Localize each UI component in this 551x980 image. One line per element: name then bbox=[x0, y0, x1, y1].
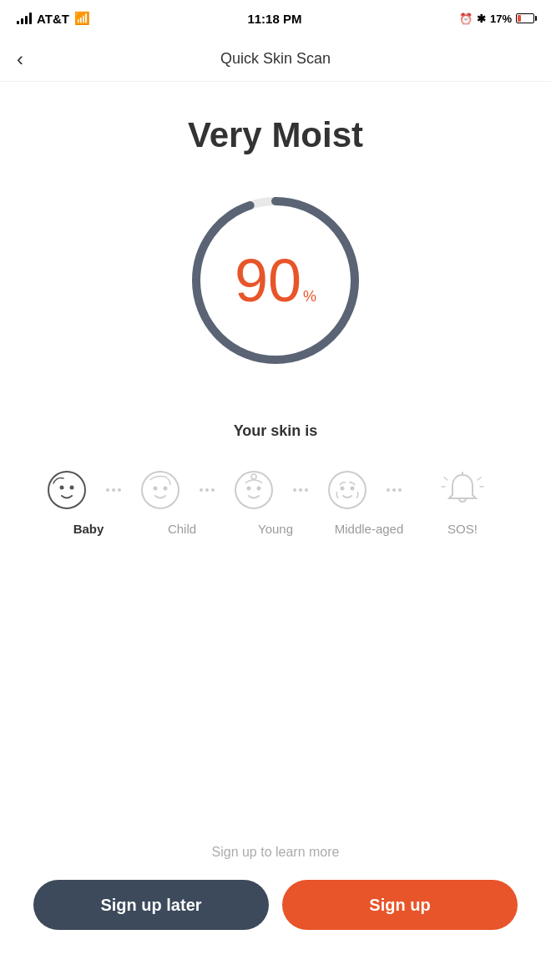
sign-up-later-button[interactable]: Sign up later bbox=[33, 880, 269, 930]
skin-name-sos: SOS! bbox=[447, 522, 478, 537]
young-icon bbox=[229, 465, 279, 515]
svg-point-13 bbox=[341, 487, 345, 491]
result-title: Very Moist bbox=[188, 115, 363, 155]
svg-point-14 bbox=[351, 487, 355, 491]
skin-item-child: Child bbox=[135, 465, 229, 537]
status-bar: AT&T 📶 11:18 PM ⏰ ✱ 17% bbox=[0, 0, 551, 37]
skin-item-middle-aged: Middle-aged bbox=[322, 465, 416, 537]
skin-icon-row-middle bbox=[322, 465, 416, 515]
gauge-number: 90 bbox=[235, 250, 301, 311]
svg-point-6 bbox=[154, 487, 158, 491]
battery-label: 17% bbox=[490, 13, 512, 25]
dots-middle-sos bbox=[372, 488, 416, 492]
signup-prompt: Sign up to learn more bbox=[212, 845, 340, 860]
child-icon bbox=[135, 465, 185, 515]
skin-icon-row-child bbox=[135, 465, 229, 515]
dots-baby-child bbox=[92, 488, 135, 492]
wifi-icon: 📶 bbox=[74, 11, 90, 26]
bluetooth-icon: ✱ bbox=[477, 13, 486, 25]
signup-section: Sign up to learn more Sign up later Sign… bbox=[17, 845, 534, 963]
svg-point-11 bbox=[251, 474, 256, 479]
skin-name-baby: Baby bbox=[73, 522, 104, 537]
svg-point-3 bbox=[60, 486, 64, 490]
svg-point-7 bbox=[164, 487, 168, 491]
skin-icon-row-young bbox=[229, 465, 322, 515]
sign-up-button[interactable]: Sign up bbox=[282, 880, 518, 930]
gauge-container: 90 % bbox=[184, 189, 367, 372]
page-title: Quick Skin Scan bbox=[220, 50, 331, 68]
skin-scale: Baby Child bbox=[42, 465, 509, 537]
svg-line-15 bbox=[444, 477, 447, 480]
skin-label: Your skin is bbox=[234, 422, 318, 440]
svg-line-16 bbox=[478, 477, 481, 480]
skin-name-middle-aged: Middle-aged bbox=[335, 522, 404, 537]
alarm-icon: ⏰ bbox=[459, 13, 473, 25]
status-right: ⏰ ✱ 17% bbox=[459, 13, 534, 25]
main-content: Very Moist 90 % Your skin is bbox=[0, 82, 551, 980]
back-button[interactable]: ‹ bbox=[17, 48, 23, 71]
svg-point-10 bbox=[257, 487, 261, 491]
svg-point-12 bbox=[329, 472, 366, 508]
skin-name-child: Child bbox=[168, 522, 196, 537]
svg-point-2 bbox=[48, 472, 85, 508]
middle-aged-icon bbox=[322, 465, 372, 515]
carrier-label: AT&T bbox=[37, 12, 69, 26]
status-left: AT&T 📶 bbox=[17, 11, 90, 26]
baby-icon bbox=[42, 465, 92, 515]
skin-item-young: Young bbox=[229, 465, 322, 537]
dots-child-young bbox=[185, 488, 229, 492]
svg-point-4 bbox=[70, 486, 74, 490]
skin-name-young: Young bbox=[258, 522, 293, 537]
skin-item-sos: SOS! bbox=[416, 465, 509, 537]
dots-young-middle bbox=[279, 488, 322, 492]
svg-point-8 bbox=[235, 472, 272, 508]
nav-bar: ‹ Quick Skin Scan bbox=[0, 37, 551, 82]
status-time: 11:18 PM bbox=[247, 12, 301, 26]
svg-point-9 bbox=[247, 487, 251, 491]
skin-icon-row-sos bbox=[416, 465, 509, 515]
svg-point-5 bbox=[142, 472, 179, 508]
skin-item-baby: Baby bbox=[42, 465, 135, 537]
sos-icon bbox=[437, 465, 488, 515]
button-row: Sign up later Sign up bbox=[17, 880, 534, 930]
battery-icon bbox=[516, 13, 534, 23]
gauge-value: 90 % bbox=[235, 250, 316, 311]
signal-bars-icon bbox=[17, 13, 32, 24]
gauge-percent-symbol: % bbox=[303, 288, 316, 306]
skin-icon-row-baby bbox=[42, 465, 135, 515]
